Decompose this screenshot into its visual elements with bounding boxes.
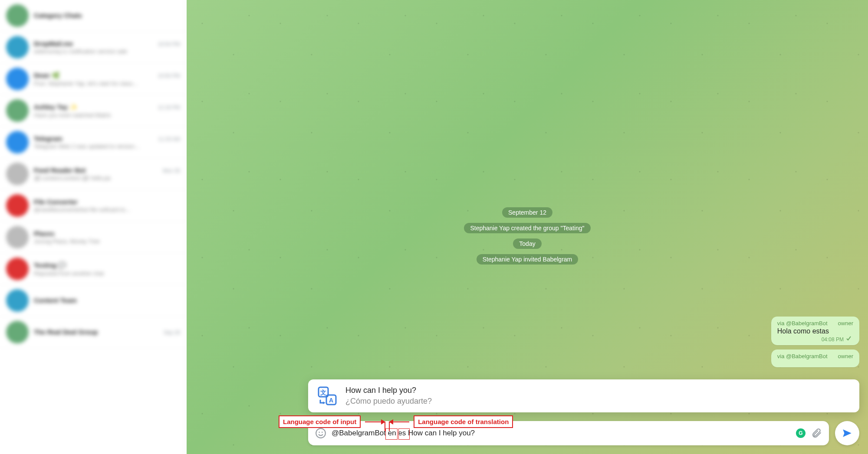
chat-preview: 📰 content.context 📰 hello.pa [34, 175, 180, 181]
avatar [6, 226, 29, 248]
chat-name: Dean 🌿 [34, 72, 60, 79]
chat-list-item[interactable]: Category Chats [0, 0, 186, 32]
chat-name: The Real Deal Group [34, 328, 98, 336]
chat-name: Content Team [34, 297, 77, 304]
chat-list-item[interactable]: Feed Reader Bot Mon 30 📰 content.context… [0, 158, 186, 190]
avatar [6, 194, 29, 217]
message-time: 04:08 PM [822, 336, 844, 343]
avatar [6, 258, 29, 280]
translate-icon: 文 A [317, 385, 338, 406]
svg-point-6 [319, 431, 320, 433]
chat-name: Testing 💬 [34, 261, 66, 269]
chat-list-item[interactable]: DropMail.me 10:54 PM webmoney.ru notific… [0, 32, 186, 63]
chat-list-item[interactable]: The Real Deal Group Sep 28 [0, 317, 186, 348]
chat-preview: Reposted from another chat [34, 270, 180, 277]
send-button[interactable] [835, 421, 859, 445]
chat-name: DropMail.me [34, 40, 73, 47]
chat-list-item[interactable]: Ashley Tay ✨ 12:16 PM Have you even watc… [0, 95, 186, 127]
attach-icon[interactable] [811, 428, 822, 439]
chat-time: 12:16 PM [158, 105, 180, 111]
chat-name: Category Chats [34, 12, 82, 19]
chat-name: File Converter [34, 198, 78, 206]
avatar [6, 68, 29, 90]
message-bubble[interactable]: via @BabelgramBot owner Hola como estas … [771, 317, 859, 345]
svg-text:A: A [329, 397, 333, 404]
svg-point-5 [316, 428, 326, 438]
avatar [6, 131, 29, 154]
chat-time: 10:54 PM [158, 41, 180, 47]
chat-list-item[interactable]: File Converter @newfileconverterbot file… [0, 190, 186, 222]
chat-list-item[interactable]: Testing 💬 Reposted from another chat [0, 253, 186, 285]
chat-preview: webmoney.ru notification service sale [34, 48, 180, 55]
chat-time: 11:33 AM [158, 136, 180, 142]
date-pill: September 12 [502, 207, 552, 218]
chat-name: Places [34, 230, 55, 237]
chat-name: Telegram [34, 135, 62, 142]
system-message: Stephanie Yap created the group "Teating… [464, 223, 590, 233]
chat-time: Sep 28 [164, 330, 180, 336]
avatar [6, 289, 29, 312]
suggestion-translation: ¿Cómo puedo ayudarte? [345, 397, 432, 406]
inline-suggestion[interactable]: 文 A How can I help you? ¿Cómo puedo ayud… [308, 379, 859, 412]
composer-row [308, 421, 859, 445]
avatar [6, 163, 29, 185]
message-input[interactable] [332, 429, 791, 438]
via-label: via @BabelgramBot [777, 320, 828, 327]
via-label: via @BabelgramBot [777, 353, 828, 359]
role-label: owner [838, 353, 853, 359]
chat-preview: Psst: Stephanie Yap, let's start for cla… [34, 80, 180, 87]
suggestion-source: How can I help you? [345, 386, 432, 395]
message-text: Hola como estas [777, 327, 853, 335]
svg-marker-4 [323, 402, 326, 404]
chat-preview: Have you even watched Matrix [34, 112, 180, 118]
message-bubble[interactable]: via @BabelgramBot owner [771, 349, 859, 367]
chat-preview: Jurong Plaza, Money Tree [34, 238, 180, 245]
avatar [6, 4, 29, 27]
svg-point-7 [322, 431, 323, 433]
avatar [6, 321, 29, 343]
message-composer[interactable] [308, 421, 829, 445]
chat-area: September 12 Stephanie Yap created the g… [187, 0, 868, 454]
avatar [6, 99, 29, 122]
check-icon [846, 336, 853, 343]
chat-preview: Telegram Web 2 was updated to version… [34, 143, 180, 150]
system-message: Stephanie Yap invited Babelgram [477, 254, 579, 265]
date-pill: Today [513, 238, 541, 249]
chat-preview: @newfileconverterbot file softcard to… [34, 206, 180, 213]
chat-name: Ashley Tay ✨ [34, 103, 78, 111]
chat-name: Feed Reader Bot [34, 167, 85, 174]
chat-list-sidebar[interactable]: Category Chats DropMail.me 10:54 PM webm… [0, 0, 187, 454]
chat-list-item[interactable]: Content Team [0, 285, 186, 317]
avatar [6, 36, 29, 59]
outgoing-messages: via @BabelgramBot owner Hola como estas … [771, 317, 859, 367]
chat-list-item[interactable]: Places Jurong Plaza, Money Tree [0, 222, 186, 253]
chat-time: 10:50 PM [158, 73, 180, 79]
chat-time: Mon 30 [163, 168, 180, 174]
chat-list-item[interactable]: Dean 🌿 10:50 PM Psst: Stephanie Yap, let… [0, 63, 186, 95]
grammarly-icon[interactable] [796, 428, 806, 438]
role-label: owner [838, 320, 853, 327]
emoji-icon[interactable] [315, 428, 326, 439]
svg-text:文: 文 [320, 389, 326, 396]
chat-list-item[interactable]: Telegram 11:33 AM Telegram Web 2 was upd… [0, 127, 186, 158]
